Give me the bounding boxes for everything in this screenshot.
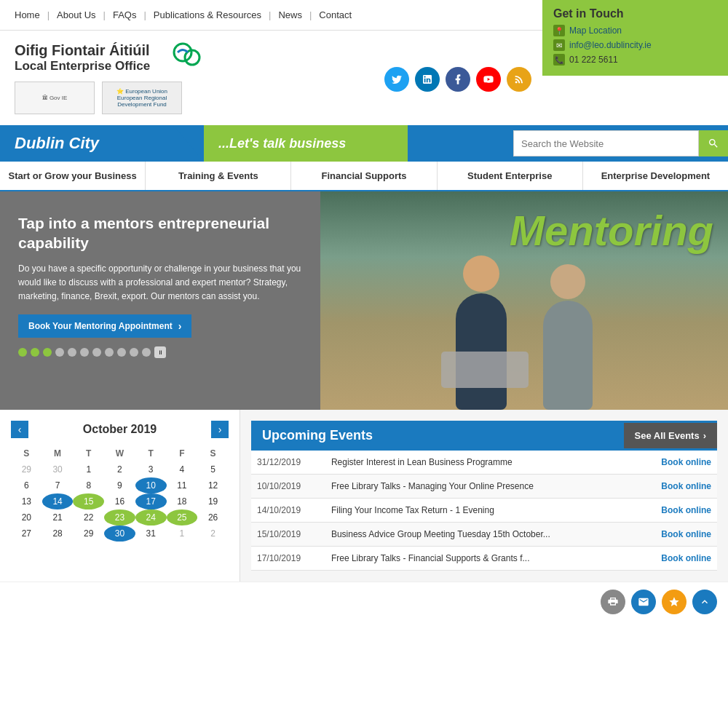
dot-5[interactable] [68,348,76,357]
table-row: 31/12/2019Register Interest in Lean Busi… [251,451,717,475]
cal-day-f: F [167,445,198,461]
nav-home[interactable]: Home [7,9,47,20]
nav-publications[interactable]: Publications & Resources [146,9,269,20]
search-area [513,125,728,162]
calendar-day[interactable]: 30 [42,461,74,477]
event-date: 14/10/2019 [251,499,325,523]
events-title: Upcoming Events [251,421,624,451]
carousel-dots: ⏸ [18,346,302,358]
dot-8[interactable] [105,348,114,357]
logo-area: Oifig Fiontair Áitiúil Local Enterprise … [15,41,201,114]
calendar-header: ‹ October 2019 › [11,421,229,438]
calendar-day[interactable]: 22 [73,509,104,525]
calendar-day[interactable]: 15 [73,493,104,509]
tagline: ...Let's talk business [204,125,408,162]
calendar-day[interactable]: 2 [104,461,135,477]
email-button[interactable] [631,590,656,614]
nav-financial-supports[interactable]: Financial Supports [291,162,437,190]
calendar-next-button[interactable]: › [211,421,229,438]
dot-1[interactable] [18,348,27,357]
calendar-day[interactable]: 29 [73,525,104,542]
hero-left: Tap into a mentors entrepreneurial capab… [0,191,320,410]
cal-day-t1: T [73,445,104,461]
calendar-day[interactable]: 8 [73,477,104,493]
see-all-events-button[interactable]: See All Events › [624,423,717,448]
calendar-day[interactable]: 19 [197,493,229,509]
dot-11[interactable] [142,348,151,357]
dot-9[interactable] [117,348,126,357]
nav-about[interactable]: About Us [50,9,103,20]
dot-6[interactable] [80,348,89,357]
nav-enterprise-development[interactable]: Enterprise Development [583,162,728,190]
calendar-day[interactable]: 5 [197,461,229,477]
calendar-day[interactable]: 16 [104,493,135,509]
calendar-day[interactable]: 18 [167,493,198,509]
facebook-icon[interactable] [446,67,470,92]
calendar-day[interactable]: 9 [104,477,135,493]
youtube-icon[interactable] [476,67,501,92]
back-to-top-button[interactable] [692,590,717,614]
calendar-day[interactable]: 2 [197,525,229,542]
calendar-day[interactable]: 21 [42,509,74,525]
favourite-button[interactable] [662,590,687,614]
carousel-pause[interactable]: ⏸ [154,346,166,358]
header-area: Oifig Fiontair Áitiúil Local Enterprise … [0,31,728,125]
hero-description: Do you have a specific opportunity or ch… [18,262,302,304]
event-title: Free Library Talks - Managing Your Onlin… [325,475,635,499]
calendar-day[interactable]: 6 [11,477,42,493]
hero-title: Tap into a mentors entrepreneurial capab… [18,213,302,253]
calendar-row: 6789101112 [11,477,229,493]
dot-4[interactable] [55,348,64,357]
dot-3[interactable] [43,348,52,357]
calendar-day[interactable]: 17 [135,493,167,509]
dublin-city-label: Dublin City [0,125,204,162]
calendar-day[interactable]: 29 [11,461,42,477]
city-name: Dublin City [15,134,99,153]
book-online-link[interactable]: Book online [661,529,711,539]
hero-cta-button[interactable]: Book Your Mentoring Appointment › [18,314,191,338]
calendar-day[interactable]: 23 [104,509,135,525]
calendar-day[interactable]: 10 [135,477,167,493]
nav-news[interactable]: News [271,9,309,20]
calendar-day[interactable]: 1 [167,525,198,542]
event-date: 31/12/2019 [251,451,325,475]
book-online-link[interactable]: Book online [661,481,711,491]
nav-faqs[interactable]: FAQs [106,9,144,20]
book-online-link[interactable]: Book online [661,457,711,467]
calendar-day[interactable]: 28 [42,525,74,542]
search-input[interactable] [513,130,699,156]
rss-icon[interactable] [507,67,531,92]
calendar-day[interactable]: 14 [42,493,74,509]
dot-10[interactable] [130,348,138,357]
calendar-row: 20212223242526 [11,509,229,525]
twitter-icon[interactable] [384,67,409,92]
dot-7[interactable] [92,348,101,357]
nav-student-enterprise[interactable]: Student Enterprise [438,162,583,190]
calendar-day[interactable]: 24 [135,509,167,525]
logo-line1: Oifig Fiontair Áitiúil [15,42,150,59]
calendar-day[interactable]: 26 [197,509,229,525]
calendar-grid: S M T W T F S 29301234567891011121314151… [11,445,229,542]
calendar-day[interactable]: 3 [135,461,167,477]
calendar-day[interactable]: 1 [73,461,104,477]
calendar-day[interactable]: 25 [167,509,198,525]
print-button[interactable] [601,590,625,614]
calendar-day[interactable]: 27 [11,525,42,542]
search-button[interactable] [699,130,728,156]
calendar-day[interactable]: 30 [104,525,135,542]
calendar-day[interactable]: 4 [167,461,198,477]
linkedin-icon[interactable] [415,67,440,92]
calendar-day[interactable]: 11 [167,477,198,493]
calendar-day[interactable]: 13 [11,493,42,509]
calendar-day[interactable]: 31 [135,525,167,542]
calendar-prev-button[interactable]: ‹ [11,421,28,438]
dot-2[interactable] [31,348,39,357]
book-online-link[interactable]: Book online [661,505,711,515]
nav-contact[interactable]: Contact [312,9,359,20]
calendar-day[interactable]: 7 [42,477,74,493]
nav-start-grow[interactable]: Start or Grow your Business [0,162,146,190]
calendar-day[interactable]: 12 [197,477,229,493]
book-online-link[interactable]: Book online [661,553,711,563]
nav-training-events[interactable]: Training & Events [146,162,291,190]
calendar-day[interactable]: 20 [11,509,42,525]
